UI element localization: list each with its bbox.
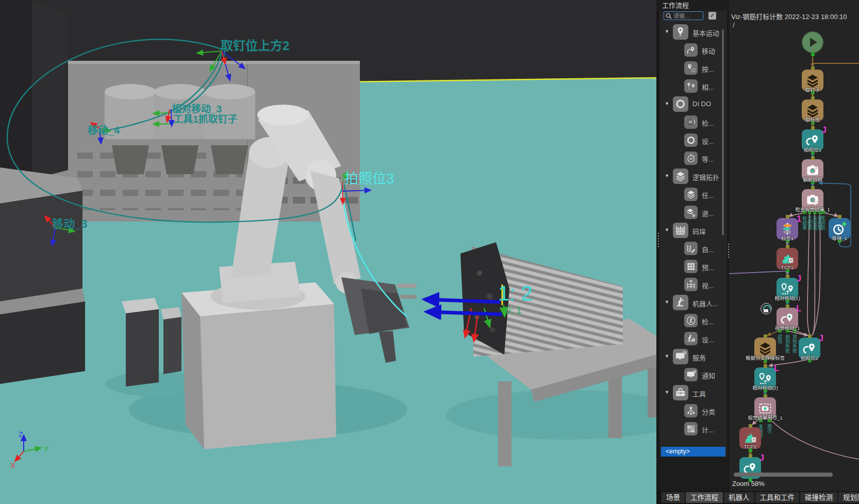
tree-item-label: 移动 <box>702 46 715 56</box>
bottom-tab-bar: 场景工作流程机器人工具和工件碰撞检测规划历史其他 <box>656 491 859 504</box>
node-badge: 1 <box>797 214 801 224</box>
node-badge: J <box>822 126 827 135</box>
port-in[interactable] <box>808 334 812 338</box>
port-in[interactable] <box>811 186 815 190</box>
node-label: 取钉子 <box>782 86 844 93</box>
port-in[interactable] <box>838 215 841 219</box>
node-label: 取标签 <box>782 116 844 123</box>
port-in[interactable] <box>811 66 815 70</box>
tree-item-label: 等... <box>702 154 714 164</box>
workflow-block-sidebar: ✓ ▼基本运动移动按...相...▼DI DODI检...设...DI等...▼… <box>659 11 727 491</box>
tree-item-label: 计... <box>702 425 714 434</box>
svg-text:2: 2 <box>692 425 693 428</box>
tree-item-group-15[interactable]: ▼机器人... <box>659 294 727 312</box>
pallet-edit-icon <box>684 242 698 255</box>
count-ratio-label: 1: 2 <box>498 282 533 305</box>
robot-icon <box>673 295 688 310</box>
tree-item-group-11[interactable]: ▼码垛 <box>659 222 727 240</box>
svg-text:3: 3 <box>688 429 690 432</box>
port-in[interactable] <box>786 215 789 219</box>
tab-2[interactable]: 机器人 <box>724 492 754 503</box>
port-out[interactable] <box>811 53 815 56</box>
chat-icon: 1 <box>673 349 688 364</box>
port-in[interactable] <box>749 454 752 458</box>
tree-item-group-18[interactable]: ▼1服务 <box>659 348 727 366</box>
tree-item-5[interactable]: DI检... <box>659 113 727 131</box>
empty-selection-bar[interactable]: <empty> <box>661 447 725 457</box>
workflow-graph[interactable]: Viz-钢筋打标计数 2022-12-23 18:00:10 / <box>729 0 859 491</box>
port-in[interactable] <box>749 424 752 428</box>
tree-item-22[interactable]: 1234计... <box>659 420 727 438</box>
tree-item-label: 通知 <box>702 371 715 380</box>
tree-item-12[interactable]: 自... <box>659 240 727 258</box>
port-in[interactable] <box>764 334 767 338</box>
tab-4[interactable]: 碰撞检测 <box>800 492 837 503</box>
tree-item-21[interactable]: 分类 <box>659 402 727 420</box>
port-in[interactable] <box>811 156 815 160</box>
expand-triangle-icon[interactable]: ▼ <box>665 29 669 34</box>
tree-item-16[interactable]: 检... <box>659 312 727 330</box>
ring-icon <box>684 133 698 147</box>
tab-1[interactable]: 工作流程 <box>686 492 723 503</box>
waypoint-label-tool-grab: 工具1抓取钉子 <box>173 113 238 125</box>
silo-tanks <box>105 84 255 174</box>
node-badge: L <box>774 364 779 373</box>
port-label: 未完成 <box>812 216 817 230</box>
tree-item-1[interactable]: 移动 <box>659 41 727 59</box>
play-button[interactable] <box>802 31 823 53</box>
expand-triangle-icon[interactable]: ▼ <box>665 390 669 395</box>
tree-item-13[interactable]: 预... <box>659 258 727 276</box>
layers-icon <box>684 188 698 201</box>
tree-item-group-8[interactable]: ▼逻辑拓扑 <box>659 167 727 186</box>
tree-item-label: 退... <box>702 208 714 218</box>
port-in[interactable] <box>786 305 789 308</box>
expand-triangle-icon[interactable]: ▼ <box>665 227 669 232</box>
svg-text:DI: DI <box>689 120 692 124</box>
graph-hscrollbar[interactable] <box>734 473 833 477</box>
tree-item-9[interactable]: 任... <box>659 186 727 204</box>
tree-item-label: 工具 <box>692 389 706 398</box>
tab-5[interactable]: 规划历史 <box>838 492 859 503</box>
tree-item-label: 机器人... <box>692 298 718 308</box>
pallet-cam-icon <box>684 278 698 291</box>
port-in[interactable] <box>811 96 815 100</box>
tree-item-7[interactable]: DI等... <box>659 149 727 167</box>
tree-item-2[interactable]: 按... <box>659 59 727 77</box>
tree-item-label: 预... <box>702 262 714 272</box>
node-label: 视觉移动_1 <box>756 324 818 331</box>
tree-item-label: 服务 <box>692 352 706 362</box>
tree-item-3[interactable]: 相... <box>659 77 727 95</box>
tree-item-group-4[interactable]: ▼DI DO <box>659 95 727 113</box>
port-in[interactable] <box>764 394 767 398</box>
pallet-grid-icon <box>684 260 698 273</box>
expand-triangle-icon[interactable]: ▼ <box>665 299 669 305</box>
pause-marker-icon[interactable] <box>761 303 772 314</box>
port-in[interactable] <box>786 245 789 248</box>
expand-triangle-icon[interactable]: ▼ <box>665 354 669 359</box>
toolbox-icon <box>673 385 688 400</box>
tree-item-19[interactable]: 1通知 <box>659 366 727 384</box>
tree-item-group-20[interactable]: ▼工具 <box>659 384 727 402</box>
node-label: 钢筋拍照 <box>782 176 844 183</box>
tree-item-14[interactable]: 视... <box>659 276 727 294</box>
axis-z-label: Z <box>19 430 23 439</box>
tree-item-6[interactable]: 设... <box>659 131 727 149</box>
port-in[interactable] <box>786 275 789 278</box>
port-in[interactable] <box>764 364 767 368</box>
chat-icon: 1 <box>684 368 698 381</box>
node-label: TCP1 <box>756 264 818 270</box>
tree-item-10[interactable]: 退... <box>659 204 727 222</box>
tab-3[interactable]: 工具和工件 <box>755 492 800 503</box>
tree-item-group-0[interactable]: ▼基本运动 <box>659 23 727 41</box>
port-label: 成功 <box>777 334 782 344</box>
tree-item-label: 分类 <box>702 407 715 416</box>
tree-scrollbar[interactable] <box>722 29 724 236</box>
expand-triangle-icon[interactable]: ▼ <box>665 101 669 106</box>
tab-0[interactable]: 场景 <box>662 492 685 503</box>
tree-item-17[interactable]: 设... <box>659 330 727 348</box>
port-in[interactable] <box>811 126 815 130</box>
3d-viewport[interactable]: Z Y X 取钉位上方2 相对移动_3 工具1抓取钉子 移动_4 移动_3 拍照… <box>0 0 656 504</box>
expand-triangle-icon[interactable]: ▼ <box>665 173 669 178</box>
robot-gear-icon <box>684 332 698 345</box>
node-badge: J <box>819 334 823 343</box>
